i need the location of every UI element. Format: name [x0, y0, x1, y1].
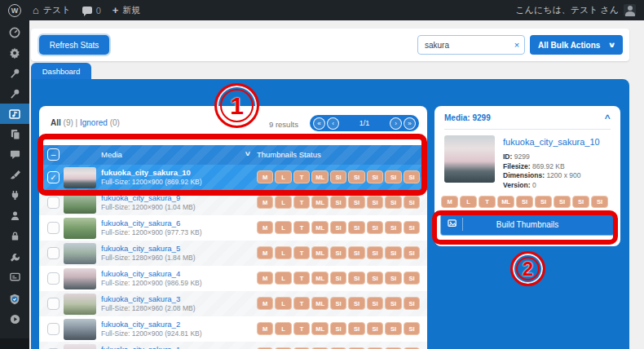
- thumb-status-badge: SI: [385, 221, 401, 234]
- sidebar-item-plugin-gear[interactable]: [0, 42, 29, 63]
- first-page-button[interactable]: «: [313, 117, 325, 130]
- thumb-status-badge: M: [257, 272, 273, 285]
- account-menu[interactable]: こんにちは、テスト さん: [515, 4, 636, 16]
- image-icon: [448, 219, 458, 229]
- field-dimensions: Dimensions: 1200 x 900: [503, 171, 580, 181]
- select-all-checkbox[interactable]: –: [47, 148, 60, 161]
- prev-page-button[interactable]: ‹: [327, 117, 339, 130]
- sort-chevron-icon[interactable]: ∨: [245, 150, 252, 157]
- row-checkbox[interactable]: [47, 197, 60, 209]
- media-thumbnail[interactable]: [64, 268, 96, 289]
- sidebar-item-posts-2[interactable]: [0, 83, 29, 104]
- row-checkbox[interactable]: [47, 247, 60, 259]
- search-input[interactable]: [417, 35, 525, 55]
- thumb-status-badge: SI: [385, 272, 401, 285]
- sidebar-item-collapse[interactable]: [0, 309, 29, 329]
- media-filters: All (9) | Ignored (0): [51, 118, 120, 127]
- media-thumbnail[interactable]: [64, 243, 96, 264]
- media-name-link[interactable]: fukuoka_city_sakura_2: [101, 320, 180, 329]
- media-thumbnail[interactable]: [64, 319, 96, 340]
- home-icon: ⌂: [33, 5, 39, 15]
- media-thumbnail[interactable]: [64, 344, 96, 349]
- details-media-name[interactable]: fukuoka_city_sakura_10: [503, 137, 600, 147]
- build-thumbnails-button[interactable]: Build Thumbnails: [441, 214, 614, 235]
- chevron-down-icon: ∨: [607, 41, 615, 49]
- dashboard-icon: [9, 27, 20, 38]
- thumb-status-badge: SI: [404, 196, 420, 209]
- next-page-button[interactable]: ›: [390, 117, 402, 130]
- media-name-link[interactable]: fukuoka_city_sakura_6: [101, 219, 180, 228]
- thumb-status-badge: SI: [385, 322, 401, 335]
- sidebar-item-pages[interactable]: [0, 124, 29, 144]
- last-page-button[interactable]: »: [404, 117, 416, 130]
- thumb-status-badge: M: [257, 246, 273, 259]
- sidebar-item-media-active[interactable]: [0, 104, 29, 124]
- thumb-status-badge: SI: [330, 272, 346, 285]
- row-checkbox[interactable]: [47, 298, 60, 310]
- thumb-status-badge: SI: [385, 297, 401, 310]
- filter-ignored-count: (0): [110, 118, 120, 127]
- media-name-link[interactable]: fukuoka_city_sakura_5: [101, 244, 180, 253]
- row-checkbox[interactable]: [47, 323, 60, 335]
- sidebar-item-users[interactable]: [0, 205, 29, 226]
- thumb-status-badge: M: [441, 196, 458, 208]
- gear-icon: [9, 47, 20, 59]
- media-fullsize-text: Full-Size: 1280×960 (1.84 MB): [101, 254, 196, 262]
- clear-search-icon[interactable]: ×: [510, 37, 523, 53]
- thumbnails-status-badges: MLTMLSISISISISI: [257, 221, 420, 234]
- row-checkbox[interactable]: ✓: [47, 171, 60, 183]
- thumb-status-badge: L: [275, 246, 291, 259]
- thumb-status-badge: M: [257, 322, 273, 335]
- sidebar-footer: [0, 338, 29, 349]
- refresh-stats-button[interactable]: Refresh Stats: [39, 35, 109, 55]
- sidebar-item-shield-plugin[interactable]: [0, 289, 29, 309]
- thumb-status-badge: T: [293, 297, 310, 310]
- bulk-actions-dropdown[interactable]: All Bulk Actions ∨: [530, 35, 623, 55]
- tab-dashboard[interactable]: Dashboard: [31, 63, 91, 79]
- thumb-status-badge: L: [275, 322, 291, 335]
- sidebar-item-plugins[interactable]: [0, 185, 29, 205]
- row-checkbox[interactable]: [47, 272, 60, 285]
- greeting-text: こんにちは、テスト さん: [515, 4, 619, 16]
- thumb-status-badge: SI: [348, 272, 364, 285]
- thumb-status-badge: SI: [404, 246, 420, 259]
- media-name-link[interactable]: fukuoka_city_sakura_10: [101, 168, 191, 177]
- site-link[interactable]: ⌂ テスト: [33, 4, 71, 16]
- thumb-status-badge: SI: [404, 322, 420, 335]
- sidebar-item-security[interactable]: [0, 226, 29, 246]
- thumb-status-badge: L: [275, 272, 291, 285]
- media-name-link[interactable]: fukuoka_city_sakura_4: [101, 269, 180, 278]
- sidebar-item-tools[interactable]: [0, 246, 29, 267]
- new-content-link[interactable]: + 新規: [112, 4, 141, 16]
- sidebar-item-comments[interactable]: [0, 144, 29, 165]
- sidebar-item-posts[interactable]: [0, 63, 29, 83]
- media-name-link[interactable]: fukuoka_city_sakura_9: [101, 193, 180, 202]
- thumb-status-badge: L: [275, 170, 291, 183]
- media-thumbnail[interactable]: [64, 294, 96, 315]
- chevron-up-icon[interactable]: ∧: [604, 113, 612, 121]
- thumb-status-badge: L: [275, 196, 291, 209]
- thumb-status-badge: ML: [311, 246, 328, 259]
- thumb-status-badge: ML: [311, 322, 328, 335]
- media-name-link[interactable]: fukuoka_city_sakura_3: [101, 294, 180, 303]
- sidebar-item-appearance[interactable]: [0, 165, 29, 185]
- new-label: 新規: [122, 4, 140, 16]
- pin-icon: [10, 88, 20, 99]
- thumbnails-status-badges: MLTMLSISISISISI: [257, 196, 420, 209]
- thumb-status-badge: SI: [367, 272, 383, 285]
- media-thumbnail[interactable]: [64, 218, 96, 239]
- comments-link[interactable]: 0: [82, 6, 101, 15]
- sidebar-item-dashboard[interactable]: [0, 22, 29, 42]
- thumb-status-badge: SI: [367, 246, 383, 259]
- thumb-status-badge: SI: [330, 196, 346, 209]
- filter-ignored[interactable]: Ignored: [80, 118, 108, 127]
- wordpress-logo-icon[interactable]: W: [8, 4, 21, 17]
- media-name-link[interactable]: fukuoka_city_sakura_1: [101, 345, 180, 349]
- thumb-status-badge: SI: [330, 297, 346, 310]
- sidebar-item-settings[interactable]: [0, 267, 29, 287]
- row-checkbox[interactable]: [47, 222, 60, 234]
- media-fullsize-text: Full-Size: 1200×900 (986.59 KB): [101, 279, 202, 287]
- media-thumbnail[interactable]: [64, 167, 96, 188]
- filter-all[interactable]: All: [51, 118, 61, 127]
- media-thumbnail[interactable]: [64, 192, 96, 214]
